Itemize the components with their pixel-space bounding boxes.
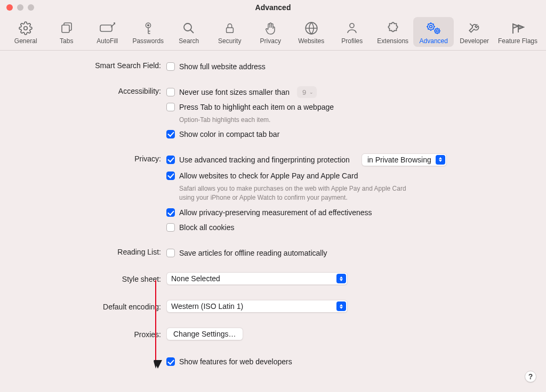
svg-rect-2: [100, 25, 112, 31]
accessibility-label: Accessibility:: [21, 86, 166, 95]
encoding-select[interactable]: Western (ISO Latin 1): [166, 300, 348, 313]
puzzle-icon: [386, 20, 400, 36]
tab-advanced[interactable]: Advanced: [413, 17, 454, 47]
min-font-stepper[interactable]: 9 ⌄: [297, 86, 317, 98]
svg-point-0: [24, 27, 28, 30]
adv-tracking-checkbox[interactable]: Use advanced tracking and fingerprinting…: [166, 153, 350, 166]
select-caret-icon: [336, 301, 346, 311]
tab-label: AutoFill: [97, 37, 118, 45]
tab-label: Websites: [298, 37, 324, 45]
flags-icon: [510, 20, 526, 36]
tab-privacy[interactable]: Privacy: [250, 17, 291, 47]
hand-icon: [264, 20, 277, 36]
checkbox-icon: [166, 103, 175, 111]
tab-general[interactable]: General: [5, 17, 46, 47]
tab-passwords[interactable]: Passwords: [127, 17, 168, 47]
checkbox-label: Save articles for offline reading automa…: [179, 249, 327, 257]
checkbox-label: Block all cookies: [179, 223, 235, 232]
tab-websites[interactable]: Websites: [291, 17, 332, 47]
tab-label: Profiles: [341, 37, 363, 45]
tab-autofill[interactable]: AutoFill: [87, 17, 128, 47]
tab-security[interactable]: Security: [209, 17, 250, 47]
search-icon: [182, 20, 195, 36]
tab-label: Tabs: [60, 37, 73, 45]
tab-feature-flags[interactable]: Feature Flags: [495, 17, 541, 47]
min-font-checkbox[interactable]: Never use font sizes smaller than: [166, 86, 290, 99]
checkbox-label: Allow privacy-preserving measurement of …: [179, 208, 372, 217]
tab-extensions[interactable]: Extensions: [372, 17, 413, 47]
svg-point-8: [350, 23, 354, 28]
select-caret-icon: [336, 274, 346, 283]
tab-label: Passwords: [132, 37, 164, 45]
gears-icon: [425, 20, 441, 36]
proxies-label: Proxies:: [21, 329, 166, 339]
tab-search[interactable]: Search: [168, 17, 210, 47]
show-full-address-checkbox[interactable]: Show full website address: [166, 60, 266, 73]
preferences-content: Smart Search Field: Show full website ad…: [0, 51, 546, 391]
checkbox-icon: [166, 62, 175, 71]
select-caret-icon: [436, 155, 445, 165]
svg-point-9: [430, 26, 432, 28]
tab-label: Security: [218, 37, 241, 45]
svg-rect-1: [62, 25, 69, 32]
checkbox-icon: [166, 208, 175, 217]
help-button[interactable]: ?: [525, 371, 536, 382]
key-icon: [142, 20, 154, 36]
tab-label: Search: [179, 37, 199, 45]
block-cookies-checkbox[interactable]: Block all cookies: [166, 221, 235, 234]
chevron-down-icon: ⌄: [309, 89, 314, 95]
tracking-scope-select[interactable]: in Private Browsing: [362, 153, 447, 166]
encoding-label: Default encoding:: [21, 301, 166, 311]
tab-label: Feature Flags: [498, 37, 537, 45]
style-sheet-label: Style sheet:: [21, 274, 166, 283]
svg-point-5: [184, 23, 191, 31]
empty-label: [21, 355, 166, 356]
tab-tabs[interactable]: Tabs: [46, 17, 87, 47]
checkbox-label: Allow websites to check for Apple Pay an…: [179, 172, 358, 180]
person-icon: [346, 20, 358, 36]
press-tab-hint: Option-Tab highlights each item.: [179, 116, 270, 125]
tab-label: Developer: [460, 37, 489, 45]
globe-icon: [304, 20, 318, 36]
checkbox-icon: [166, 249, 175, 257]
preferences-toolbar: General Tabs AutoFill Passwords Search S…: [0, 15, 546, 51]
svg-rect-6: [226, 28, 233, 32]
tab-label: Privacy: [260, 37, 281, 45]
apple-pay-checkbox[interactable]: Allow websites to check for Apple Pay an…: [166, 169, 358, 182]
save-offline-checkbox[interactable]: Save articles for offline reading automa…: [166, 247, 327, 259]
compact-color-checkbox[interactable]: Show color in compact tab bar: [166, 128, 279, 141]
tab-developer[interactable]: Developer: [454, 17, 495, 47]
smart-search-label: Smart Search Field:: [21, 60, 166, 70]
tab-profiles[interactable]: Profiles: [332, 17, 373, 47]
privacy-label: Privacy:: [21, 153, 166, 163]
svg-point-4: [147, 24, 149, 26]
checkbox-icon: [166, 357, 175, 366]
checkbox-icon: [166, 88, 175, 96]
tabs-icon: [60, 20, 74, 36]
dev-features-checkbox[interactable]: Show features for web developers: [166, 355, 292, 368]
checkbox-label: Show features for web developers: [179, 357, 292, 366]
tab-label: General: [14, 37, 37, 45]
checkbox-label: Show color in compact tab bar: [179, 130, 279, 138]
change-settings-button[interactable]: Change Settings…: [166, 328, 243, 340]
select-value: in Private Browsing: [367, 156, 431, 164]
apple-pay-hint: Safari allows you to make purchases on t…: [179, 184, 408, 202]
checkbox-label: Use advanced tracking and fingerprinting…: [179, 156, 350, 164]
tab-label: Extensions: [377, 37, 408, 45]
help-label: ?: [528, 372, 533, 381]
style-sheet-select[interactable]: None Selected: [166, 272, 348, 285]
svg-point-12: [435, 29, 440, 34]
reading-list-label: Reading List:: [21, 247, 166, 256]
autofill-icon: [99, 20, 115, 36]
checkbox-icon: [166, 130, 175, 138]
press-tab-checkbox[interactable]: Press Tab to highlight each item on a we…: [166, 101, 334, 113]
lock-icon: [224, 20, 236, 36]
svg-point-11: [436, 30, 438, 32]
tools-icon: [468, 20, 481, 36]
checkbox-icon: [166, 223, 175, 232]
ad-measure-checkbox[interactable]: Allow privacy-preserving measurement of …: [166, 206, 372, 219]
select-value: Western (ISO Latin 1): [171, 302, 243, 311]
stepper-value: 9: [302, 88, 306, 96]
checkbox-label: Press Tab to highlight each item on a we…: [179, 103, 334, 111]
select-value: None Selected: [171, 274, 220, 283]
